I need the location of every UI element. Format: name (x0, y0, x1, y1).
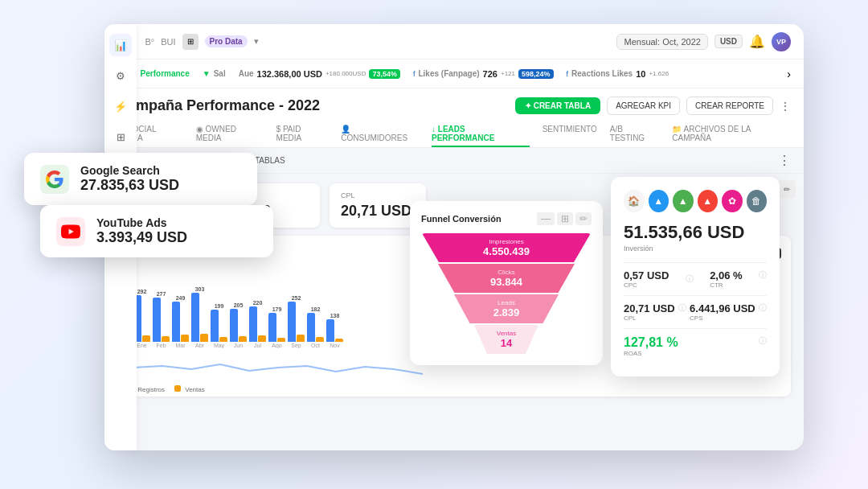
metric-icon-2[interactable]: ▲ (649, 190, 669, 212)
metric-icon-4[interactable]: ▲ (698, 190, 719, 212)
bar-jun-registros (230, 309, 238, 342)
circle-info-1: ⓘ (686, 273, 694, 285)
circle-info-4: ⓘ (759, 302, 767, 322)
tab-paid-media[interactable]: $ PAID MEDIA (276, 121, 329, 147)
metric-icon-3[interactable]: ▲ (673, 190, 694, 212)
youtube-ads-icon (56, 217, 85, 246)
cpl-metric-val: 20,71 USD (624, 302, 675, 314)
info-icon-1: ⓘ (686, 269, 694, 289)
create-table-button[interactable]: ✦ CREAR TABLA (515, 97, 600, 114)
tab-ab-testing[interactable]: A/B TESTING (610, 121, 659, 147)
bar-jan-ventas (142, 335, 150, 342)
likes-label: Likes (Fanpage) (418, 69, 479, 78)
performance-label[interactable]: Performance (141, 69, 190, 78)
tab-leads-performance[interactable]: ↓ LEADS PERFORMANCE (432, 121, 530, 147)
clicks-label: Clicks (438, 269, 575, 276)
campaign-title: Campaña Performance - 2022 (117, 97, 320, 114)
cpl-metric-lbl: CPL (624, 314, 675, 322)
google-search-tooltip: Google Search 27.835,63 USD (24, 153, 257, 205)
bar-ago-ventas (277, 338, 285, 342)
youtube-ads-tooltip: YouTube Ads 3.393,49 USD (40, 205, 273, 257)
youtube-ads-name: YouTube Ads (96, 216, 187, 229)
kpis-bar: KPI's Performance ▼ Sal Aue 132.368,00 U… (104, 60, 804, 88)
metric1-badge-text: +180.000USD (326, 70, 366, 77)
metric-icon-1[interactable]: 🏠 (624, 190, 645, 212)
metrics-panel: 🏠 ▲ ▲ ▲ ✿ 🗑 51.535,66 USD Inversión 0,57… (611, 177, 780, 376)
cpc-metric-lbl: CPC (624, 281, 669, 289)
roas-metric-lbl: ROAS (624, 350, 678, 357)
google-search-name: Google Search (80, 164, 179, 177)
campaign-header: Campaña Performance - 2022 ✦ CREAR TABLA… (104, 88, 804, 148)
campaign-title-row: Campaña Performance - 2022 ✦ CREAR TABLA… (117, 97, 791, 115)
metric-ctr: 2,06 % CTR (710, 269, 742, 289)
more-options-icon[interactable]: ⋮ (780, 100, 791, 113)
bar-abr-registros (191, 293, 199, 342)
edit-icon[interactable]: ✏ (778, 180, 796, 198)
circle-info-2: ⓘ (759, 269, 767, 289)
google-search-info: Google Search 27.835,63 USD (80, 164, 179, 194)
funnel-shape: Impresiones 4.550.439 Clicks 93.844 Lead… (421, 233, 592, 354)
metric-row-1: 0,57 USD CPC ⓘ 2,06 % CTR ⓘ (624, 269, 767, 289)
more-options-sub[interactable]: ⋮ (778, 153, 791, 168)
funnel-leads-label: Leads (454, 299, 559, 306)
bar-oct-registros (307, 313, 315, 342)
youtube-ads-value: 3.393,49 USD (96, 229, 187, 246)
sidebar-icon-filter[interactable]: ⚡ (109, 95, 132, 117)
nav-b[interactable]: B° (145, 37, 154, 47)
tab-owned-media[interactable]: ◉ OWNED MEDIA (196, 121, 264, 147)
sidebar-icon-chart[interactable]: 📊 (109, 34, 132, 56)
kpi-likes: f Likes (Fanpage) 726 +121 598,24% (413, 69, 554, 79)
youtube-ads-info: YouTube Ads 3.393,49 USD (96, 216, 187, 246)
impresiones-label: Impresiones (422, 238, 591, 245)
ventas-funnel-value: 14 (474, 337, 538, 349)
reactions-change: +1.626 (649, 70, 669, 77)
bar-feb-registros (153, 298, 161, 342)
expand-icon[interactable]: › (787, 68, 791, 80)
bar-mar-registros (172, 302, 180, 342)
sidebar-icon-settings[interactable]: ⚙ (109, 64, 132, 87)
date-picker[interactable]: Mensual: Oct, 2022 (616, 34, 707, 50)
clicks-value: 93.844 (438, 276, 575, 288)
bar-abr-ventas (200, 334, 208, 342)
likes-badge: 598,24% (518, 69, 554, 79)
tab-sentimiento[interactable]: SENTIMIENTO (542, 121, 597, 147)
aue-label: Aue (239, 69, 254, 78)
google-search-value: 27.835,63 USD (80, 177, 179, 194)
ventas-dot (174, 385, 181, 392)
pro-data-badge[interactable]: Pro Data (205, 35, 248, 47)
funnel-level-leads: Leads 2.839 (454, 294, 559, 323)
bar-sep-ventas (297, 335, 305, 342)
tab-consumidores[interactable]: 👤 CONSUMIDORES (341, 121, 419, 147)
add-kpi-button[interactable]: AGREGAR KPI (607, 97, 680, 115)
sidebar-icon-grid[interactable]: ⊞ (109, 125, 132, 148)
funnel-level-clicks: Clicks 93.844 (438, 264, 575, 293)
inversion-value: 51.535,66 USD (624, 222, 767, 243)
line-chart-svg (133, 351, 455, 376)
nav-bui[interactable]: BUI (161, 37, 175, 47)
metric-roas: 127,81 % ROAS (624, 335, 678, 357)
metric-icon-trash[interactable]: 🗑 (747, 190, 768, 212)
funnel-edit[interactable]: ✏ (575, 212, 592, 225)
bar-mar-ventas (181, 335, 189, 342)
roas-metric-val: 127,81 % (624, 335, 678, 350)
funnel-view-2[interactable]: ⊞ (557, 212, 573, 225)
reactions-label: Reactions Likes (571, 69, 633, 78)
likes-change: +121 (501, 70, 515, 77)
funnel-view-1[interactable]: — (537, 212, 555, 225)
cps-metric-lbl: CPS (690, 314, 755, 322)
funnel-leads-value: 2.839 (454, 306, 559, 318)
icon-grid: ⊞ (182, 34, 199, 50)
currency-badge[interactable]: USD (714, 35, 743, 48)
create-report-button[interactable]: CREAR REPORTE (686, 97, 773, 115)
ctr-metric-val: 2,06 % (710, 269, 742, 281)
ventas-funnel-label: Ventas (474, 330, 538, 337)
tab-archivos[interactable]: 📁 ARCHIVOS DE LA CAMPAÑA (672, 121, 791, 147)
bell-icon[interactable]: 🔔 (749, 34, 765, 49)
metric-icon-5[interactable]: ✿ (722, 190, 743, 212)
metric-row-2: 20,71 USD CPL ⓘ 6.441,96 USD CPS ⓘ (624, 302, 767, 322)
funnel-title: Funnel Conversión (421, 214, 502, 224)
cpl-value: 20,71 USD (341, 203, 415, 220)
bar-sep-registros (288, 302, 296, 342)
kpi-reactions: f Reactions Likes 10 +1.626 (567, 69, 669, 79)
bar-jun-ventas (239, 336, 247, 342)
